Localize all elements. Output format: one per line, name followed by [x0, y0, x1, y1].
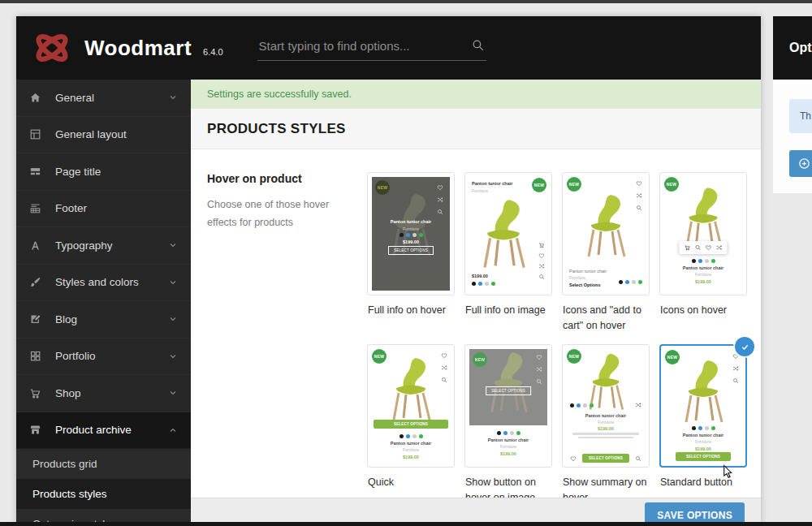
page-title-icon [29, 166, 41, 178]
choice-full-info-on-image[interactable]: Panton tunior chair Furniture NEW $ [464, 172, 552, 344]
product-info: Panton tunior chair Furniture $199.00 [368, 434, 454, 459]
swatch [698, 426, 702, 430]
option-description: Choose one of those hover effects for pr… [207, 196, 352, 232]
swatch [419, 434, 423, 438]
swatch [406, 434, 410, 438]
choice-show-button-on-hover-on-image[interactable]: NEW SELECT OPTIONS [464, 344, 552, 516]
sidebar-item-general-layout[interactable]: General layout [16, 117, 191, 154]
sidebar-item-styles-and-colors[interactable]: Styles and colors [16, 265, 191, 302]
product-price: $199.00 [500, 451, 516, 456]
sidebar-item-typography[interactable]: Typography [16, 227, 191, 265]
preview-card: NEW Panton tunior chair Furniture [367, 172, 455, 295]
new-badge: NEW [372, 349, 387, 364]
choice-icons-add-to-cart-on-hover[interactable]: NEW Panton tunior chair Furniture Select… [562, 172, 650, 344]
settings-content: Settings are successfully saved. PRODUCT… [191, 80, 761, 526]
sidebar-item-shop[interactable]: Shop [16, 375, 191, 412]
hover-option-row: Hover on product Choose one of those hov… [191, 149, 761, 516]
add-to-cart-icon [685, 244, 691, 251]
choice-standard-button[interactable]: NEW Panton tunior chair Furn [659, 344, 747, 516]
search-input[interactable] [257, 36, 486, 61]
chevron-down-icon [168, 351, 178, 361]
swatch [698, 259, 702, 263]
secondary-panel-header: Opt [773, 16, 812, 80]
product-info: Panton tunior chair Furniture $199.00 [465, 431, 551, 456]
secondary-options-panel: Opt Th [773, 16, 812, 526]
hover-icon-bar [680, 241, 728, 254]
sidebar-item-label: Footer [55, 202, 87, 214]
swatch [472, 282, 476, 286]
search-icon[interactable] [471, 38, 485, 52]
choice-show-summary-on-hover[interactable]: NEW Panton tunior chair Furniture $199.0… [562, 344, 650, 516]
product-info: Panton tunior chair Furniture $199.00 [660, 259, 746, 284]
portfolio-icon [29, 350, 41, 362]
option-name: Hover on product [207, 172, 367, 185]
compare-icon [441, 364, 447, 371]
color-swatches [472, 282, 495, 286]
preview-card: NEW SELECT OPTIONS [464, 344, 552, 468]
quickview-icon [538, 274, 545, 280]
success-banner-text: Settings are successfully saved. [207, 88, 352, 100]
color-swatches [619, 280, 642, 284]
chevron-down-icon [168, 278, 178, 287]
choice-quick[interactable]: NEW SELECT OPTIONS Panton tuni [367, 344, 455, 516]
color-swatches [497, 431, 520, 435]
product-info: Panton tunior chair Furniture $199.00 [563, 413, 649, 438]
preview-card: NEW Panton tunior chair [659, 172, 747, 295]
swatch [705, 426, 709, 430]
swatch [590, 403, 594, 407]
selected-check-badge [735, 337, 754, 356]
new-badge: NEW [375, 180, 390, 195]
sidebar-item-product-archive[interactable]: Product archive [16, 412, 191, 450]
home-icon [29, 92, 41, 104]
product-price: $199.00 [695, 446, 711, 451]
choice-icons-on-hover[interactable]: NEW Panton tunior chair [659, 172, 747, 344]
swatch [632, 280, 636, 284]
swatch [705, 259, 709, 263]
sidebar-item-footer[interactable]: Footer [16, 191, 191, 228]
sidebar-item-label: General layout [55, 128, 127, 140]
product-price: $199.00 [598, 426, 614, 431]
secondary-panel-title: Opt [789, 41, 812, 55]
page-title-bar: PRODUCTS STYLES [191, 109, 761, 149]
quickview-icon [732, 377, 739, 384]
product-icons [636, 180, 642, 211]
product-category: Furniture [695, 439, 711, 444]
product-icons [441, 352, 447, 383]
product-info: Panton tunior chair Furniture $199.00 SE… [372, 219, 450, 255]
typography-icon [29, 239, 41, 252]
chair-image [485, 349, 532, 417]
sidebar-subitem-products-styles[interactable]: Products styles [16, 479, 191, 509]
product-name: Panton tunior chair [683, 265, 723, 270]
swatch [619, 280, 623, 284]
chevron-up-icon [168, 425, 178, 435]
choice-full-info-on-hover[interactable]: NEW Panton tunior chair Furniture [367, 172, 455, 344]
sidebar-subitem-products-grid[interactable]: Products grid [16, 449, 191, 479]
add-button[interactable] [789, 150, 812, 177]
sidebar-item-label: Page title [55, 166, 101, 178]
sidebar-item-page-title[interactable]: Page title [16, 153, 191, 191]
product-icons [536, 354, 542, 385]
screen-bottom-border [0, 522, 812, 526]
swatch [638, 280, 642, 284]
sidebar-item-general[interactable]: General [16, 80, 191, 117]
sidebar-item-label: Shop [55, 387, 81, 399]
product-price: $199.00 [403, 455, 419, 459]
sidebar-item-label: Styles and colors [55, 276, 139, 288]
swatch [577, 403, 581, 407]
summary-text-line [578, 437, 633, 439]
layout-icon [29, 128, 41, 140]
new-badge: NEW [567, 177, 581, 192]
swatch [491, 282, 495, 286]
sidebar-item-blog[interactable]: Blog [16, 301, 191, 338]
sidebar-item-portfolio[interactable]: Portfolio [16, 338, 191, 376]
summary-text-line [572, 433, 639, 435]
wishlist-icon [437, 184, 443, 191]
swatch [583, 403, 587, 407]
swatch [419, 233, 423, 237]
swatch [692, 426, 696, 430]
plus-circle-icon [798, 157, 810, 170]
product-name: Panton tunior chair [391, 441, 431, 446]
sidebar-item-label: Blog [55, 313, 77, 326]
product-price: $199.00 [695, 279, 711, 284]
color-swatches [400, 434, 423, 438]
